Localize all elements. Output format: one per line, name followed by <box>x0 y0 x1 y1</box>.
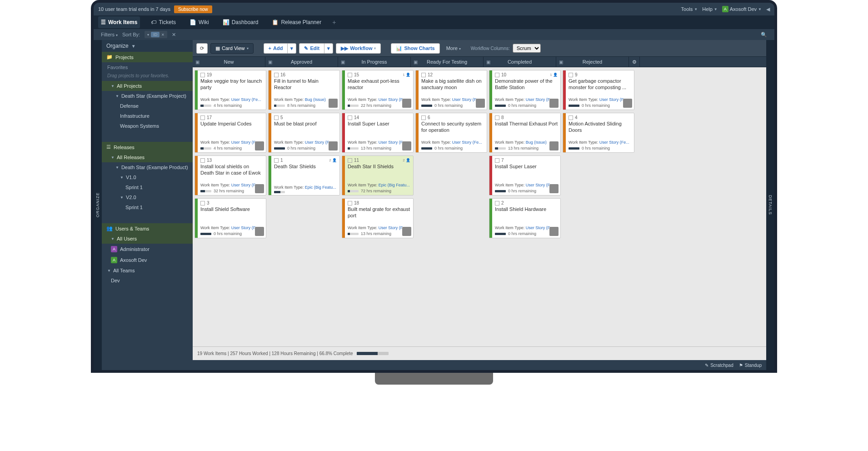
refresh-button[interactable]: ⟳ <box>196 43 208 54</box>
column-header[interactable]: ▣In Progress <box>338 57 411 67</box>
workflow-columns-select[interactable]: Scrum <box>513 44 541 53</box>
release-sprint1b[interactable]: Sprint 1 <box>102 202 193 212</box>
card-checkbox[interactable] <box>200 115 205 120</box>
collapse-icon[interactable]: ◀ <box>766 6 770 12</box>
all-users-node[interactable]: ▼All Users <box>102 234 193 244</box>
add-tab-button[interactable]: + <box>332 19 336 26</box>
card-checkbox[interactable] <box>348 201 352 205</box>
all-releases-node[interactable]: ▼All Releases <box>102 152 193 162</box>
card-checkbox[interactable] <box>495 201 499 205</box>
workflow-button[interactable]: ▶▶ Workflow ▾ <box>336 43 381 54</box>
release-v1[interactable]: ▼V1.0 <box>102 172 193 182</box>
edit-dropdown[interactable]: ▾ <box>324 43 333 54</box>
work-item-card[interactable]: 151 👤Make exhaust port-less reactorWork … <box>342 70 414 110</box>
search-icon[interactable]: 🔍 <box>761 32 767 38</box>
project-infrastructure[interactable]: Infrastructure <box>102 111 193 121</box>
kanban-column[interactable]: 16Fill in tunnel to Main ReactorWork Ite… <box>268 70 340 344</box>
card-checkbox[interactable] <box>200 73 205 77</box>
subscribe-button[interactable]: Subscribe now <box>174 5 212 13</box>
tab-wiki[interactable]: 📄Wiki <box>187 16 212 28</box>
all-projects-node[interactable]: ▼All Projects <box>102 81 193 91</box>
work-item-card[interactable]: 12 👤Death Star ShieldsWork Item Type: Ep… <box>268 155 340 195</box>
card-checkbox[interactable] <box>421 73 426 77</box>
column-header[interactable]: ▣Rejected <box>556 57 629 67</box>
work-item-card[interactable]: 12Make a big satellite dish on sanctuary… <box>415 70 487 110</box>
card-checkbox[interactable] <box>274 115 279 120</box>
release-v2[interactable]: ▼V2.0 <box>102 192 193 202</box>
card-checkbox[interactable] <box>495 158 499 163</box>
organize-rail[interactable]: ORGANIZE <box>94 40 102 370</box>
work-item-card[interactable]: 101 👤Demonstrate power of the Battle Sta… <box>489 70 561 110</box>
card-checkbox[interactable] <box>348 73 352 77</box>
team-dev[interactable]: Dev <box>102 276 193 286</box>
show-charts-button[interactable]: 📊 Show Charts <box>391 43 439 54</box>
work-item-card[interactable]: 9Get garbage compactor monster for compo… <box>563 70 634 110</box>
edit-button[interactable]: ✎ Edit <box>299 43 324 54</box>
card-checkbox[interactable] <box>569 73 573 77</box>
card-checkbox[interactable] <box>569 115 573 120</box>
kanban-column[interactable]: 19Make veggie tray for launch partyWork … <box>195 70 266 344</box>
sort-chip[interactable]: ▾ID✕ <box>145 31 167 38</box>
tab-work-items[interactable]: ☰Work Items <box>98 16 140 28</box>
add-button[interactable]: + Add <box>264 43 288 54</box>
column-settings-button[interactable]: ⚙ <box>629 57 640 67</box>
work-item-card[interactable]: 14Install Super LaserWork Item Type: Use… <box>342 113 414 153</box>
all-teams-node[interactable]: ▼All Teams <box>102 266 193 276</box>
work-item-card[interactable]: 17Update Imperial CodesWork Item Type: U… <box>195 113 266 153</box>
kanban-column[interactable]: 9Get garbage compactor monster for compo… <box>563 70 634 344</box>
work-item-card[interactable]: 2Install Shield HardwareWork Item Type: … <box>489 198 561 238</box>
releases-section[interactable]: ☰Releases <box>102 142 193 152</box>
release-product[interactable]: ▼Death Star (Example Product) <box>102 162 193 172</box>
tab-tickets[interactable]: 🏷Tickets <box>148 16 179 28</box>
project-death-star[interactable]: ▼Death Star (Example Project) <box>102 91 193 101</box>
filters-dropdown[interactable]: Filters ▾ <box>101 32 118 37</box>
work-item-card[interactable]: 13Install local shields on Death Star in… <box>195 155 266 195</box>
standup-link[interactable]: ⚑Standup <box>739 363 762 368</box>
column-header[interactable]: ▣Approved <box>265 57 338 67</box>
card-checkbox[interactable] <box>348 158 352 163</box>
card-checkbox[interactable] <box>421 115 426 120</box>
card-checkbox[interactable] <box>274 73 279 77</box>
work-item-card[interactable]: 5Must be blast proofWork Item Type: User… <box>268 113 340 153</box>
help-menu[interactable]: Help ▼ <box>702 6 718 12</box>
column-header[interactable]: ▣New <box>193 57 265 67</box>
more-menu[interactable]: More ▾ <box>443 44 464 53</box>
work-item-card[interactable]: 6Connect to security system for operatio… <box>415 113 487 153</box>
tools-menu[interactable]: Tools ▼ <box>681 6 698 12</box>
tab-dashboard[interactable]: 📊Dashboard <box>220 16 261 28</box>
work-item-card[interactable]: 3Install Shield SoftwareWork Item Type: … <box>195 198 266 238</box>
work-item-card[interactable]: 4Motion Activated Sliding DoorsWork Item… <box>563 113 634 153</box>
work-item-card[interactable]: 19Make veggie tray for launch partyWork … <box>195 70 266 110</box>
column-header[interactable]: ▣Completed <box>484 57 556 67</box>
work-item-card[interactable]: 18Built metal grate for exhaust portWork… <box>342 198 414 238</box>
release-sprint1[interactable]: Sprint 1 <box>102 182 193 192</box>
user-axdev[interactable]: AAxosoft Dev <box>102 255 193 266</box>
kanban-board[interactable]: 19Make veggie tray for launch partyWork … <box>193 67 766 346</box>
funnel-icon[interactable]: ▼ <box>131 44 136 49</box>
card-view-toggle[interactable]: ▦ Card View ▾ <box>210 43 254 54</box>
kanban-column[interactable]: 12Make a big satellite dish on sanctuary… <box>415 70 487 344</box>
project-defense[interactable]: Defense <box>102 101 193 111</box>
work-item-card[interactable]: 112 👤Death Star II ShieldsWork Item Type… <box>342 155 414 195</box>
work-item-card[interactable]: 8Install Thermal Exhaust PortWork Item T… <box>489 113 561 153</box>
details-rail[interactable]: DETAILS <box>766 40 774 370</box>
column-header[interactable]: ▣Ready For Testing <box>411 57 484 67</box>
users-teams-section[interactable]: 👥Users & Teams <box>102 223 193 234</box>
card-checkbox[interactable] <box>274 158 279 163</box>
kanban-column[interactable]: 151 👤Make exhaust port-less reactorWork … <box>342 70 414 344</box>
projects-section[interactable]: 📁Projects <box>102 52 193 62</box>
project-weapon-systems[interactable]: Weapon Systems <box>102 121 193 131</box>
card-checkbox[interactable] <box>495 115 499 120</box>
card-checkbox[interactable] <box>495 73 499 77</box>
kanban-column[interactable]: 101 👤Demonstrate power of the Battle Sta… <box>489 70 561 344</box>
work-item-card[interactable]: 7Install Super LaserWork Item Type: User… <box>489 155 561 195</box>
add-dropdown[interactable]: ▾ <box>287 43 296 54</box>
card-checkbox[interactable] <box>348 115 352 120</box>
user-admin[interactable]: AAdministrator <box>102 244 193 255</box>
tab-release-planner[interactable]: 📋Release Planner <box>269 16 324 28</box>
scratchpad-link[interactable]: ✎Scratchpad <box>705 363 733 368</box>
clear-sort-button[interactable]: ✕ <box>172 32 176 38</box>
user-menu[interactable]: A Axosoft Dev ▼ <box>722 6 762 12</box>
card-checkbox[interactable] <box>200 201 205 205</box>
work-item-card[interactable]: 16Fill in tunnel to Main ReactorWork Ite… <box>268 70 340 110</box>
